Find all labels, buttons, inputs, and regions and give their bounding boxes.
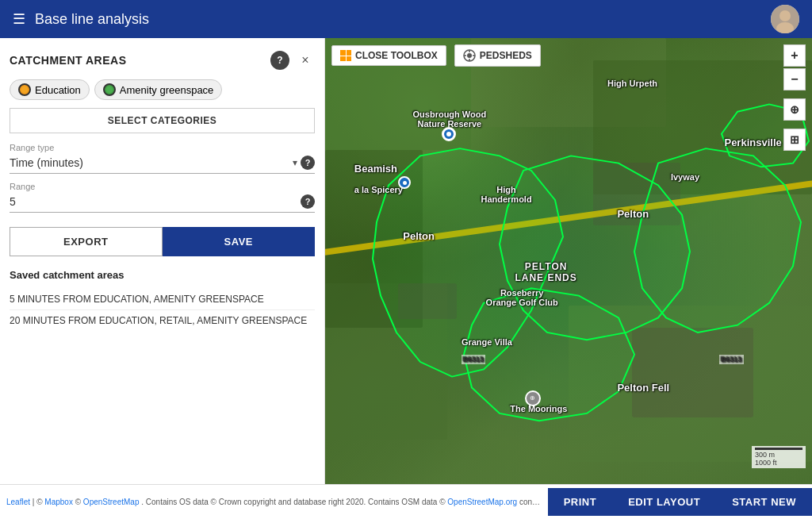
export-button[interactable]: EXPORT: [10, 227, 163, 256]
bottom-bar: Leaflet | © Mapbox © OpenStreetMap . Con…: [0, 484, 812, 519]
close-toolbox-button[interactable]: CLOSE TOOLBOX: [331, 45, 446, 66]
range-type-select[interactable]: Time (minutes): [10, 156, 293, 169]
svg-point-9: [467, 53, 472, 58]
range-type-row: Time (minutes) ▾ ?: [10, 156, 315, 174]
close-button[interactable]: ×: [296, 51, 315, 70]
osm-org-link[interactable]: OpenStreetMap.org: [447, 498, 517, 506]
amenity-chip-icon: [103, 83, 116, 96]
zoom-out-button[interactable]: −: [783, 68, 806, 90]
help-button[interactable]: ?: [270, 51, 289, 70]
mapbox-link[interactable]: Mapbox: [44, 498, 73, 506]
leaflet-link[interactable]: Leaflet: [6, 498, 30, 506]
edit-layout-button[interactable]: EDIT LAYOUT: [612, 488, 716, 516]
pedsheds-label: PEDSHEDS: [480, 50, 532, 61]
sidebar-title: CATCHMENT AREAS: [10, 54, 127, 67]
app-header: ☰ Base line analysis: [0, 0, 812, 38]
close-toolbox-label: CLOSE TOOLBOX: [355, 50, 438, 61]
amenity-chip[interactable]: Amenity greenspace: [94, 79, 223, 100]
hamburger-menu-icon[interactable]: ☰: [13, 10, 25, 28]
scale-bar: 300 m 1000 ft: [752, 446, 806, 468]
action-buttons: EXPORT SAVE: [10, 227, 315, 256]
education-chip-label: Education: [35, 84, 81, 96]
range-label: Range: [10, 182, 315, 191]
zoom-in-button[interactable]: +: [783, 44, 806, 67]
map-background: High Urpeth Ousbrough WoodNature Reserve…: [325, 38, 812, 484]
sidebar: CATCHMENT AREAS ? × Education Amenity gr…: [0, 38, 325, 484]
locate-button[interactable]: ⊕: [783, 98, 806, 121]
range-help-icon[interactable]: ?: [301, 194, 315, 209]
range-type-label: Range type: [10, 143, 315, 152]
pedsheds-icon: [463, 49, 476, 62]
map-container[interactable]: High Urpeth Ousbrough WoodNature Reserve…: [325, 38, 812, 484]
education-chip-icon: [18, 83, 31, 96]
saved-item[interactable]: 20 MINUTES FROM EDUCATION, RETAIL, AMENI…: [10, 310, 315, 331]
layers-button[interactable]: ⊞: [783, 129, 806, 151]
print-button[interactable]: PRINT: [548, 488, 613, 516]
bottom-action-buttons: PRINT EDIT LAYOUT START NEW: [548, 488, 812, 516]
map-toolbar: CLOSE TOOLBOX PEDSHEDS: [331, 44, 541, 67]
range-input[interactable]: [10, 195, 301, 208]
select-categories-button[interactable]: SELECT CATEGORIES: [10, 108, 315, 133]
attribution-static4: contributors: [519, 498, 548, 506]
map-controls: + − ⊕ ⊞: [783, 44, 806, 151]
avatar[interactable]: [771, 5, 799, 33]
attribution-static2: ©: [75, 498, 83, 506]
svg-point-1: [779, 10, 791, 21]
attribution-text: Leaflet | © Mapbox © OpenStreetMap . Con…: [0, 498, 548, 506]
attribution-static3: . Contains OS data © Crown copyright and…: [141, 498, 447, 506]
range-type-field: Range type Time (minutes) ▾ ?: [0, 143, 324, 182]
amenity-chip-label: Amenity greenspace: [120, 84, 214, 96]
attribution-static: | ©: [33, 498, 45, 506]
saved-item[interactable]: 5 MINUTES FROM EDUCATION, AMENITY GREENS…: [10, 289, 315, 310]
category-chips: Education Amenity greenspace: [0, 79, 324, 108]
range-type-caret-icon: ▾: [293, 157, 297, 168]
range-field: Range ?: [0, 182, 324, 221]
saved-catchment-section: Saved catchment areas 5 MINUTES FROM EDU…: [0, 269, 324, 331]
education-chip[interactable]: Education: [10, 79, 90, 100]
saved-title: Saved catchment areas: [10, 269, 315, 281]
range-row: ?: [10, 194, 315, 213]
range-type-help-icon[interactable]: ?: [301, 156, 315, 170]
start-new-button[interactable]: START NEW: [716, 488, 812, 516]
pedsheds-button[interactable]: PEDSHEDS: [454, 44, 541, 67]
osm-link[interactable]: OpenStreetMap: [83, 498, 140, 506]
main-content: CATCHMENT AREAS ? × Education Amenity gr…: [0, 38, 812, 484]
moorings-icon: ⊕: [525, 390, 541, 406]
sidebar-header-icons: ? ×: [270, 51, 315, 70]
toolbox-grid-icon: [340, 50, 351, 61]
app-title: Base line analysis: [35, 11, 771, 28]
sidebar-header: CATCHMENT AREAS ? ×: [0, 38, 324, 79]
save-button[interactable]: SAVE: [163, 227, 316, 256]
